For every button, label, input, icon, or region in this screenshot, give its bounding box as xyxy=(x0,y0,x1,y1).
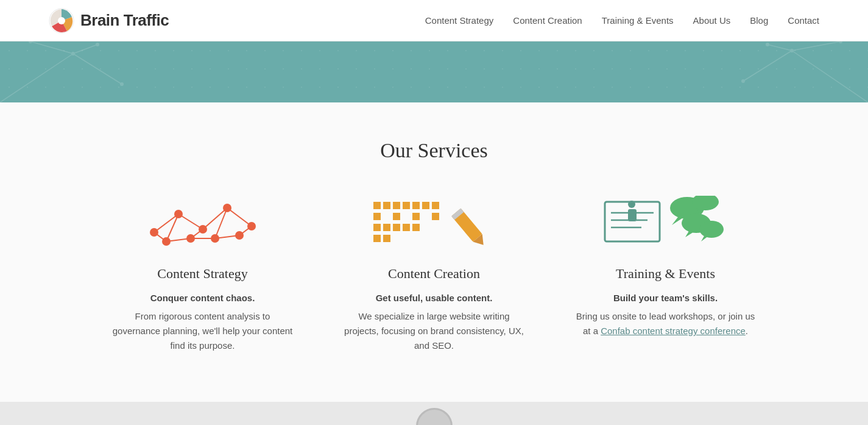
svg-point-15 xyxy=(741,79,745,83)
main-nav: Content Strategy Content Creation Traini… xyxy=(425,15,819,26)
nav-contact[interactable]: Contact xyxy=(788,15,819,26)
svg-rect-41 xyxy=(393,202,400,209)
svg-point-12 xyxy=(29,41,32,43)
svg-line-30 xyxy=(227,208,252,226)
svg-line-2 xyxy=(0,54,73,102)
logo-link[interactable]: Brain Traffic xyxy=(49,8,169,34)
svg-rect-42 xyxy=(403,202,410,209)
svg-rect-45 xyxy=(432,202,439,209)
svg-rect-56 xyxy=(383,235,390,242)
training-desc-after: . xyxy=(746,326,748,336)
svg-rect-48 xyxy=(412,213,420,220)
svg-line-9 xyxy=(767,45,792,51)
training-events-tagline: Build your team's skills. xyxy=(574,293,757,303)
svg-line-5 xyxy=(73,45,97,54)
svg-point-72 xyxy=(699,221,724,238)
svg-line-28 xyxy=(178,214,203,229)
svg-rect-53 xyxy=(403,224,410,231)
content-creation-desc: We specialize in large website writing p… xyxy=(343,309,526,353)
svg-rect-65 xyxy=(628,209,637,221)
svg-rect-47 xyxy=(393,213,400,220)
content-strategy-desc: From rigorous content analysis to govern… xyxy=(111,309,294,353)
hero-decoration xyxy=(0,41,868,102)
service-card-training: Training & Events Build your team's skil… xyxy=(562,193,769,353)
main-content: Our Services xyxy=(0,102,868,402)
svg-line-6 xyxy=(792,51,868,102)
service-card-content-strategy: Content Strategy Conquer content chaos. … xyxy=(99,193,306,353)
svg-line-3 xyxy=(73,54,122,84)
confab-link[interactable]: Confab content strategy conference xyxy=(601,326,746,336)
content-creation-tagline: Get useful, usable content. xyxy=(343,293,526,303)
svg-line-8 xyxy=(792,41,841,51)
content-strategy-icon xyxy=(111,193,294,254)
svg-rect-46 xyxy=(373,213,381,220)
svg-rect-49 xyxy=(432,213,439,220)
logo-text: Brain Traffic xyxy=(80,11,169,30)
site-header: Brain Traffic Content Strategy Content C… xyxy=(0,0,868,41)
content-strategy-tagline: Conquer content chaos. xyxy=(111,293,294,303)
nav-training-events[interactable]: Training & Events xyxy=(602,15,674,26)
service-card-content-creation: Content Creation Get useful, usable cont… xyxy=(331,193,538,353)
logo-icon xyxy=(49,8,74,34)
svg-rect-55 xyxy=(373,235,381,242)
content-creation-icon xyxy=(343,193,526,254)
training-events-desc: Bring us onsite to lead workshops, or jo… xyxy=(574,309,757,338)
services-grid: Content Strategy Conquer content chaos. … xyxy=(99,193,769,353)
svg-marker-73 xyxy=(701,236,708,241)
svg-rect-39 xyxy=(373,202,381,209)
services-title: Our Services xyxy=(99,139,769,162)
training-events-icon xyxy=(574,193,757,254)
footer-avatar xyxy=(416,408,453,425)
svg-point-17 xyxy=(766,43,769,46)
services-section: Our Services xyxy=(99,139,769,353)
nav-about-us[interactable]: About Us xyxy=(693,15,731,26)
svg-rect-54 xyxy=(412,224,420,231)
hero-banner xyxy=(0,41,868,102)
svg-rect-51 xyxy=(383,224,390,231)
svg-point-11 xyxy=(120,82,124,86)
svg-point-14 xyxy=(790,49,794,52)
svg-line-4 xyxy=(30,41,73,54)
content-strategy-name: Content Strategy xyxy=(111,266,294,282)
svg-point-64 xyxy=(628,201,635,208)
svg-line-31 xyxy=(154,232,166,241)
svg-point-10 xyxy=(71,52,75,55)
svg-point-16 xyxy=(839,41,842,43)
nav-content-creation[interactable]: Content Creation xyxy=(513,15,582,26)
nav-blog[interactable]: Blog xyxy=(750,15,768,26)
site-footer xyxy=(0,402,868,425)
nav-content-strategy[interactable]: Content Strategy xyxy=(425,15,494,26)
training-events-name: Training & Events xyxy=(574,266,757,282)
svg-rect-50 xyxy=(373,224,381,231)
content-creation-name: Content Creation xyxy=(343,266,526,282)
svg-line-38 xyxy=(239,226,252,235)
svg-point-13 xyxy=(96,43,99,46)
svg-rect-40 xyxy=(383,202,390,209)
svg-line-36 xyxy=(191,229,203,238)
svg-point-1 xyxy=(58,17,65,24)
svg-marker-71 xyxy=(685,231,695,237)
svg-rect-52 xyxy=(393,224,400,231)
svg-rect-44 xyxy=(422,202,429,209)
svg-rect-43 xyxy=(412,202,420,209)
svg-line-7 xyxy=(743,51,792,81)
